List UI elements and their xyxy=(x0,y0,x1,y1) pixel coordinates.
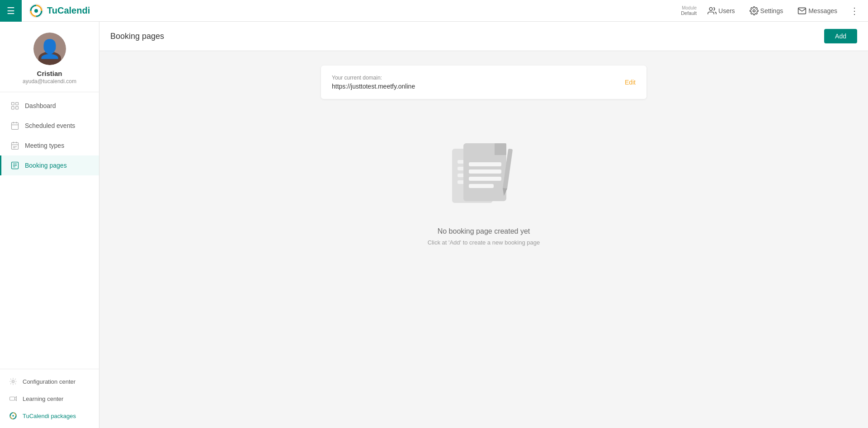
page-header: Booking pages Add xyxy=(99,22,868,51)
svg-rect-8 xyxy=(12,122,19,129)
hamburger-icon: ☰ xyxy=(7,5,15,16)
svg-rect-4 xyxy=(12,103,14,105)
document-illustration xyxy=(448,135,520,216)
configuration-center-label: Configuration center xyxy=(23,378,75,385)
topbar-left: ☰ TuCalendi xyxy=(0,0,97,22)
learning-center-label: Learning center xyxy=(23,395,63,402)
sidebar-item-tucalendi-packages[interactable]: TuCalendi packages xyxy=(0,407,99,424)
domain-info: Your current domain: https://justtotest.… xyxy=(332,75,415,90)
empty-state-icon xyxy=(448,135,520,218)
sidebar-item-scheduled-events[interactable]: Scheduled events xyxy=(0,116,99,136)
svg-rect-24 xyxy=(10,397,15,400)
sidebar: Cristian ayuda@tucalendi.com Dashboard S… xyxy=(0,22,99,428)
app-name: TuCalendi xyxy=(47,5,90,16)
empty-state-subtitle: Click at 'Add' to create a new booking p… xyxy=(428,239,540,246)
module-label: Module xyxy=(681,5,697,10)
module-value: Default xyxy=(681,10,697,16)
meeting-icon xyxy=(10,141,19,150)
svg-point-2 xyxy=(709,7,712,10)
svg-marker-25 xyxy=(15,397,17,401)
tucalendi-packages-label: TuCalendi packages xyxy=(23,413,76,419)
logo-icon xyxy=(29,4,43,18)
domain-card: Your current domain: https://justtotest.… xyxy=(321,66,646,99)
topbar: ☰ TuCalendi Module Default xyxy=(0,0,868,22)
users-icon xyxy=(708,6,717,15)
packages-icon xyxy=(9,412,17,420)
video-icon xyxy=(9,395,17,403)
messages-label: Messages xyxy=(808,7,837,14)
svg-rect-34 xyxy=(495,143,506,155)
svg-point-22 xyxy=(12,381,14,383)
sidebar-item-learning-center[interactable]: Learning center xyxy=(0,390,99,407)
dashboard-icon xyxy=(10,101,19,110)
users-label: Users xyxy=(718,7,735,14)
svg-point-3 xyxy=(753,9,755,12)
meeting-types-label: Meeting types xyxy=(25,142,64,149)
sidebar-bottom: Configuration center Learning center TuC… xyxy=(0,369,99,428)
svg-rect-37 xyxy=(469,177,501,181)
topbar-right: Module Default Users Settings Me xyxy=(681,4,868,18)
settings-icon xyxy=(750,6,759,15)
empty-state-title: No booking page created yet xyxy=(438,227,530,235)
more-options-button[interactable]: ⋮ xyxy=(848,4,861,18)
main-content: Booking pages Add Your current domain: h… xyxy=(99,22,868,428)
empty-state: No booking page created yet Click at 'Ad… xyxy=(110,113,857,268)
settings-label: Settings xyxy=(760,7,783,14)
profile-email: ayuda@tucalendi.com xyxy=(23,78,76,85)
svg-rect-35 xyxy=(469,162,501,166)
svg-point-1 xyxy=(34,9,38,13)
nav-menu: Dashboard Scheduled events Meeting types xyxy=(0,92,99,369)
svg-rect-6 xyxy=(12,107,14,109)
svg-rect-38 xyxy=(469,184,494,188)
calendar-icon xyxy=(10,121,19,130)
edit-domain-link[interactable]: Edit xyxy=(625,79,636,86)
svg-rect-7 xyxy=(16,107,19,109)
svg-rect-12 xyxy=(12,142,19,149)
sidebar-item-dashboard[interactable]: Dashboard xyxy=(0,96,99,116)
svg-point-23 xyxy=(11,380,15,384)
module-info: Module Default xyxy=(681,5,697,16)
sidebar-item-configuration-center[interactable]: Configuration center xyxy=(0,373,99,390)
page-title: Booking pages xyxy=(110,32,164,41)
messages-button[interactable]: Messages xyxy=(794,5,841,17)
profile-area: Cristian ayuda@tucalendi.com xyxy=(0,22,99,92)
configuration-icon xyxy=(9,377,17,386)
sidebar-item-booking-pages[interactable]: Booking pages xyxy=(0,155,99,175)
settings-button[interactable]: Settings xyxy=(746,5,787,17)
scheduled-events-label: Scheduled events xyxy=(25,122,75,129)
logo-area: TuCalendi xyxy=(22,4,97,18)
domain-url: https://justtotest.meetfy.online xyxy=(332,83,415,90)
booking-pages-icon xyxy=(10,161,19,170)
sidebar-item-meeting-types[interactable]: Meeting types xyxy=(0,136,99,155)
dashboard-label: Dashboard xyxy=(25,102,56,109)
add-button[interactable]: Add xyxy=(824,29,857,43)
svg-rect-36 xyxy=(469,169,501,174)
profile-name: Cristian xyxy=(37,70,62,77)
hamburger-button[interactable]: ☰ xyxy=(0,0,22,22)
domain-label: Your current domain: xyxy=(332,75,415,81)
avatar-image xyxy=(33,33,66,65)
content-area: Your current domain: https://justtotest.… xyxy=(99,51,868,282)
users-button[interactable]: Users xyxy=(704,5,739,17)
booking-pages-label: Booking pages xyxy=(25,162,67,169)
avatar xyxy=(33,33,66,65)
messages-icon xyxy=(797,6,807,15)
svg-rect-5 xyxy=(16,103,19,105)
svg-point-27 xyxy=(12,415,14,416)
